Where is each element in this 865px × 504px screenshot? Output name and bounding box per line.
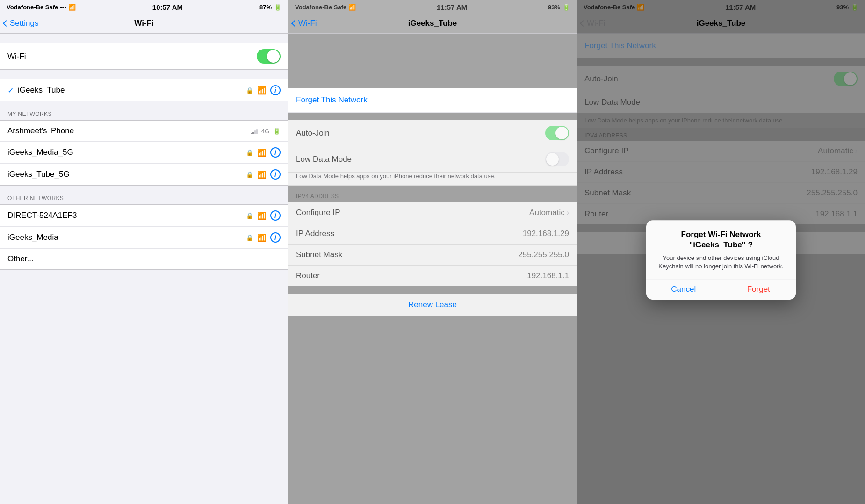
info-direct[interactable]: i (270, 210, 281, 221)
subnet-value-2: 255.255.255.0 (518, 250, 569, 259)
subnet-row-2: Subnet Mask 255.255.255.0 (288, 245, 577, 266)
auto-join-label-3: Auto-Join (584, 74, 618, 84)
panel-network-detail: Vodafone-Be Safe 📶 11:57 AM 93% 🔋 Wi-Fi … (288, 0, 577, 504)
configure-ip-label-3: Configure IP (584, 146, 629, 156)
lock-igeeks-media: 🔒 (246, 234, 253, 241)
status-right-3: 93% 🔋 (836, 4, 858, 11)
back-button-1[interactable]: Settings (4, 19, 38, 28)
media-5g-right: 🔒 📶 i (246, 147, 281, 158)
nav-bar-1: Settings Wi-Fi (0, 13, 288, 34)
forget-row-3: Forget This Network (577, 34, 865, 58)
wifi-toggle[interactable] (257, 49, 281, 64)
igeeks-media-right: 🔒 📶 i (246, 232, 281, 243)
renew-lease-row-2[interactable]: Renew Lease (288, 294, 577, 316)
auto-join-row-3: Auto-Join (577, 66, 865, 92)
configure-ip-right-3: Automatic › (818, 146, 858, 156)
wifi-toggle-group: Wi-Fi (0, 43, 288, 70)
checkmark-icon: ✓ (7, 86, 14, 95)
wifi-toggle-label: Wi-Fi (7, 52, 26, 61)
wifi-toggle-row[interactable]: Wi-Fi (0, 43, 288, 69)
other-name: Other... (7, 254, 34, 264)
back-button-3[interactable]: Wi-Fi (581, 19, 606, 28)
panel-forget-dialog: Vodafone-Be Safe 📶 11:57 AM 93% 🔋 Wi-Fi … (577, 0, 865, 504)
network-igeeks-media-5g[interactable]: iGeeks_Media_5G 🔒 📶 i (0, 142, 288, 164)
subnet-row-3: Subnet Mask 255.255.255.0 (577, 183, 865, 204)
auto-join-toggle-2[interactable] (545, 126, 569, 140)
cancel-button[interactable]: Cancel (646, 279, 721, 300)
toggle-thumb-2 (555, 127, 568, 139)
forget-row-2[interactable]: Forget This Network (288, 88, 577, 113)
carrier-2: Vodafone-Be Safe (295, 4, 346, 11)
info-tube-5g[interactable]: i (270, 169, 281, 180)
alert-buttons: Cancel Forget (646, 279, 796, 300)
low-data-label-3: Low Data Mode (584, 98, 640, 107)
arshmeet-right: 4G 🔋 (251, 128, 281, 135)
network-arshmeet[interactable]: Arshmeet's iPhone 4G 🔋 (0, 121, 288, 142)
battery-icon-1: 🔋 (274, 4, 281, 11)
battery-pct-1: 87% (260, 4, 272, 11)
battery-arshmeet-icon: 🔋 (273, 128, 281, 135)
low-data-desc-2: Low Data Mode helps apps on your iPhone … (288, 173, 577, 185)
auto-join-label-2: Auto-Join (296, 129, 330, 138)
status-bar-3: Vodafone-Be Safe 📶 11:57 AM 93% 🔋 (577, 0, 865, 13)
page-title-1: Wi-Fi (134, 19, 153, 28)
info-media-5g[interactable]: i (270, 147, 281, 158)
back-label-1: Settings (10, 19, 38, 28)
configure-ip-row-2[interactable]: Configure IP Automatic › (288, 202, 577, 223)
forget-button[interactable]: Forget (721, 279, 796, 300)
configure-ip-value-3: Automatic (818, 146, 853, 156)
status-bar-2: Vodafone-Be Safe 📶 11:57 AM 93% 🔋 (288, 0, 577, 13)
alert-message: Your device and other devices using iClo… (654, 254, 788, 271)
page-title-2: iGeeks_Tube (408, 19, 457, 28)
time-2: 11:57 AM (437, 3, 467, 11)
subnet-label-2: Subnet Mask (296, 250, 342, 259)
time-3: 11:57 AM (725, 3, 756, 11)
ipv4-group-3: Configure IP Automatic › IP Address 192.… (577, 141, 865, 224)
info-igeeks-media[interactable]: i (270, 232, 281, 243)
forget-dialog: Forget Wi-Fi Network"iGeeks_Tube" ? Your… (646, 220, 796, 300)
battery-icon-2: 🔋 (562, 4, 570, 11)
ss-bar-4 (256, 129, 258, 134)
connected-network-group: ✓ iGeeks_Tube 🔒 📶 i (0, 79, 288, 101)
ss-bar-1 (251, 133, 252, 134)
router-label-2: Router (296, 271, 320, 281)
network-other[interactable]: Other... (0, 249, 288, 269)
wifi-status-icon-1: ••• (60, 4, 66, 11)
other-networks-section: OTHER NETWORKS DIRECT-524A1EF3 🔒 📶 i iGe… (0, 195, 288, 270)
configure-ip-row-3: Configure IP Automatic › (577, 141, 865, 162)
page-title-3: iGeeks_Tube (697, 19, 746, 28)
network-igeeks-media[interactable]: iGeeks_Media 🔒 📶 i (0, 227, 288, 249)
4g-tag: 4G (261, 128, 269, 135)
connected-network-row[interactable]: ✓ iGeeks_Tube 🔒 📶 i (0, 79, 288, 101)
ip-value-3: 192.168.1.29 (811, 167, 858, 177)
back-button-2[interactable]: Wi-Fi (292, 19, 317, 28)
low-data-toggle-2[interactable] (545, 152, 569, 166)
network-arshmeet-name: Arshmeet's iPhone (7, 126, 74, 136)
ipv4-label-3: IPV4 ADDRESS (577, 128, 865, 141)
status-left-2: Vodafone-Be Safe 📶 (295, 4, 356, 11)
ip-address-row-3: IP Address 192.168.1.29 (577, 162, 865, 183)
configure-ip-value-2: Automatic (529, 208, 565, 217)
carrier-1: Vodafone-Be Safe (7, 4, 58, 11)
lock-direct: 🔒 (246, 212, 253, 219)
auto-join-row-2[interactable]: Auto-Join (288, 120, 577, 146)
network-direct[interactable]: DIRECT-524A1EF3 🔒 📶 i (0, 205, 288, 227)
nav-bar-3: Wi-Fi iGeeks_Tube (577, 13, 865, 34)
low-data-row-2[interactable]: Low Data Mode (288, 146, 577, 173)
ip-label-2: IP Address (296, 229, 334, 238)
other-networks-label: OTHER NETWORKS (0, 195, 288, 204)
forget-section-2: Forget This Network (288, 88, 577, 113)
time-1: 10:57 AM (152, 3, 183, 11)
router-row-2: Router 192.168.1.1 (288, 266, 577, 286)
content-1: Wi-Fi ✓ iGeeks_Tube 🔒 📶 i (0, 34, 288, 504)
alert-content: Forget Wi-Fi Network"iGeeks_Tube" ? Your… (646, 220, 796, 279)
info-button-connected[interactable]: i (270, 85, 281, 95)
detail-content-2: Auto-Join Low Data Mode Low Data Mode he… (288, 113, 577, 504)
network-tube-5g-name: iGeeks_Tube_5G (7, 170, 70, 179)
network-igeeks-tube-5g[interactable]: iGeeks_Tube_5G 🔒 📶 i (0, 164, 288, 185)
chevron-left-icon-3 (580, 20, 586, 26)
direct-right: 🔒 📶 i (246, 210, 281, 221)
my-networks-group: Arshmeet's iPhone 4G 🔋 iGeeks_ (0, 120, 288, 186)
toggle-thumb-3 (844, 72, 857, 85)
auto-join-toggle-3 (834, 72, 858, 86)
